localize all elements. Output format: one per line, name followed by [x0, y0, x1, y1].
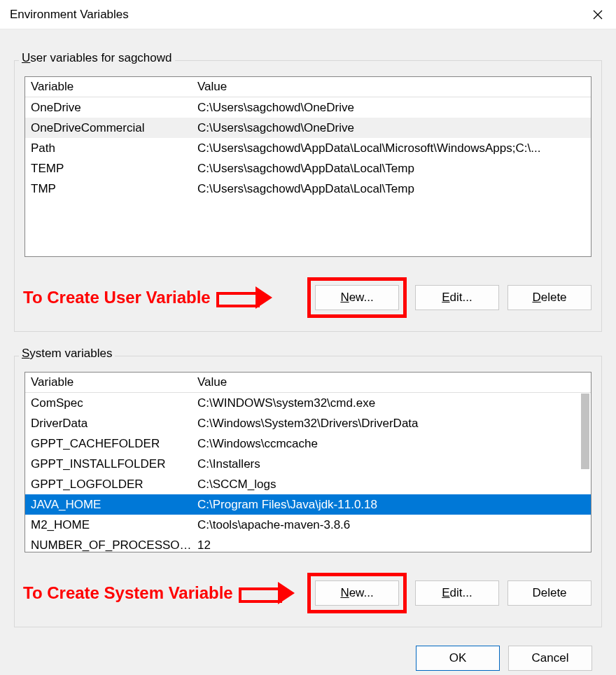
table-row[interactable]: GPPT_LOGFOLDERC:\SCCM_logs	[25, 474, 591, 494]
system-variables-label: System variables	[19, 347, 115, 361]
system-button-row: To Create System Variable New... Edit...…	[24, 571, 592, 615]
cell-value: C:\Windows\System32\Drivers\DriverData	[193, 417, 591, 431]
header-variable[interactable]: Variable	[25, 80, 193, 94]
system-new-button[interactable]: New...	[315, 580, 399, 606]
system-edit-button[interactable]: Edit...	[415, 580, 499, 606]
cell-variable: GPPT_LOGFOLDER	[25, 478, 193, 492]
cell-value: C:\SCCM_logs	[193, 478, 591, 492]
cell-variable: TMP	[25, 182, 193, 196]
annotation-system: To Create System Variable	[23, 583, 296, 603]
cell-value: C:\Program Files\Java\jdk-11.0.18	[193, 498, 591, 512]
table-row[interactable]: M2_HOMEC:\tools\apache-maven-3.8.6	[25, 515, 591, 535]
header-variable[interactable]: Variable	[25, 375, 193, 389]
list-header: Variable Value	[25, 77, 591, 97]
arrow-icon	[239, 584, 296, 602]
user-variables-label: User variables for sagchowd	[19, 51, 175, 65]
cell-variable: NUMBER_OF_PROCESSORS	[25, 538, 193, 552]
table-row[interactable]: GPPT_INSTALLFOLDERC:\Installers	[25, 454, 591, 474]
cell-variable: JAVA_HOME	[25, 498, 193, 512]
cell-value: C:\Windows\ccmcache	[193, 437, 591, 451]
cell-variable: OneDriveCommercial	[25, 121, 193, 135]
cell-variable: GPPT_INSTALLFOLDER	[25, 457, 193, 471]
table-row[interactable]: GPPT_CACHEFOLDERC:\Windows\ccmcache	[25, 433, 591, 454]
cell-value: C:\tools\apache-maven-3.8.6	[193, 518, 591, 532]
dialog-body: User variables for sagchowd Variable Val…	[0, 29, 616, 675]
highlight-user-new: New...	[307, 277, 407, 318]
highlight-system-new: New...	[307, 573, 407, 613]
environment-variables-dialog: Environment Variables User variables for…	[0, 0, 616, 675]
table-row[interactable]: TEMPC:\Users\sagchowd\AppData\Local\Temp	[25, 158, 591, 179]
cell-variable: ComSpec	[25, 396, 193, 410]
table-row[interactable]: ComSpecC:\WINDOWS\system32\cmd.exe	[25, 393, 591, 413]
table-row[interactable]: OneDriveC:\Users\sagchowd\OneDrive	[25, 97, 591, 118]
scrollbar-thumb[interactable]	[581, 394, 589, 469]
list-header: Variable Value	[25, 373, 591, 393]
user-edit-button[interactable]: Edit...	[415, 285, 499, 310]
titlebar: Environment Variables	[0, 0, 616, 29]
user-delete-button[interactable]: Delete	[507, 285, 592, 310]
table-row[interactable]: NUMBER_OF_PROCESSORS12	[25, 535, 591, 552]
system-variables-list[interactable]: Variable Value ComSpecC:\WINDOWS\system3…	[24, 372, 592, 552]
cell-variable: GPPT_CACHEFOLDER	[25, 437, 193, 451]
table-row[interactable]: TMPC:\Users\sagchowd\AppData\Local\Temp	[25, 179, 591, 199]
cell-value: 12	[193, 538, 591, 552]
cell-variable: TEMP	[25, 162, 193, 176]
annotation-user: To Create User Variable	[23, 288, 274, 307]
cell-value: C:\Users\sagchowd\AppData\Local\Microsof…	[193, 141, 591, 155]
user-button-row: To Create User Variable New... Edit... D…	[24, 275, 592, 320]
cell-variable: DriverData	[25, 417, 193, 431]
user-new-button[interactable]: New...	[315, 285, 399, 310]
cell-value: C:\Users\sagchowd\AppData\Local\Temp	[193, 162, 591, 176]
table-row[interactable]: OneDriveCommercialC:\Users\sagchowd\OneD…	[25, 118, 591, 138]
user-variables-group: User variables for sagchowd Variable Val…	[14, 60, 602, 332]
arrow-icon	[216, 288, 274, 307]
cell-variable: M2_HOME	[25, 518, 193, 532]
cell-value: C:\Users\sagchowd\OneDrive	[193, 121, 591, 135]
user-variables-list[interactable]: Variable Value OneDriveC:\Users\sagchowd…	[24, 76, 592, 257]
cell-value: C:\Installers	[193, 457, 591, 471]
cell-variable: Path	[25, 141, 193, 155]
table-row[interactable]: PathC:\Users\sagchowd\AppData\Local\Micr…	[25, 138, 591, 158]
header-value[interactable]: Value	[193, 375, 591, 389]
dialog-title: Environment Variables	[10, 8, 129, 22]
cell-variable: OneDrive	[25, 101, 193, 115]
ok-button[interactable]: OK	[416, 646, 500, 671]
cell-value: C:\Users\sagchowd\OneDrive	[193, 101, 591, 115]
header-value[interactable]: Value	[193, 80, 591, 94]
cell-value: C:\Users\sagchowd\AppData\Local\Temp	[193, 182, 591, 196]
close-icon[interactable]	[589, 6, 606, 23]
dialog-button-row: OK Cancel	[7, 633, 609, 675]
cancel-button[interactable]: Cancel	[508, 646, 592, 671]
table-row[interactable]: DriverDataC:\Windows\System32\Drivers\Dr…	[25, 413, 591, 433]
system-delete-button[interactable]: Delete	[507, 580, 592, 606]
cell-value: C:\WINDOWS\system32\cmd.exe	[193, 396, 591, 410]
table-row[interactable]: JAVA_HOMEC:\Program Files\Java\jdk-11.0.…	[25, 494, 591, 515]
system-variables-group: System variables Variable Value ComSpecC…	[14, 356, 602, 627]
